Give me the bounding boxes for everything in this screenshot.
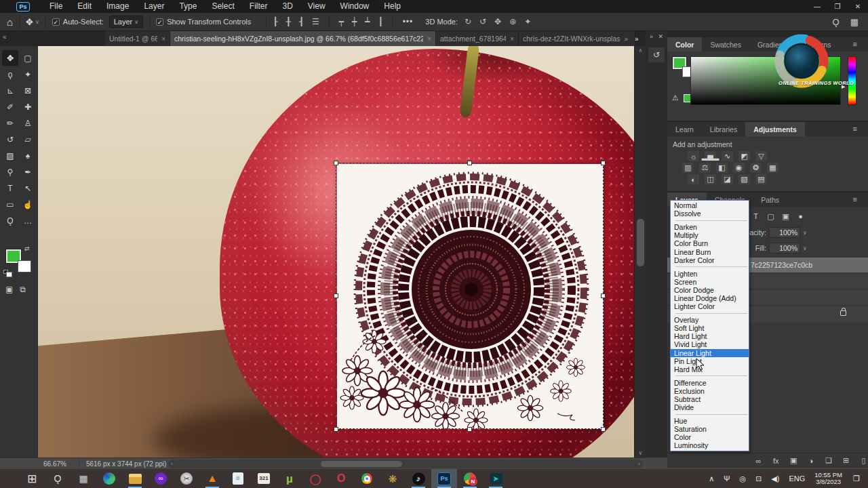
panel-tab[interactable]: Gradients: [749, 37, 797, 52]
taskbar-app-tiktok[interactable]: ♪: [406, 469, 431, 488]
marquee-tool[interactable]: ▢: [20, 50, 36, 66]
blend-mode-option[interactable]: Luminosity: [671, 441, 749, 449]
photo-filter-icon[interactable]: ◉: [733, 163, 745, 173]
delete-layer-icon[interactable]: ▯: [859, 456, 868, 465]
shape-tool[interactable]: ▭: [2, 197, 18, 212]
canvas-viewport[interactable]: [38, 46, 634, 458]
auto-select-checkbox[interactable]: ✓: [52, 18, 60, 26]
history-brush-tool[interactable]: ↺: [2, 131, 18, 147]
search-icon[interactable]: Ǫ: [833, 17, 840, 27]
document-tab[interactable]: attachment_67819647.jpg ×: [436, 31, 519, 46]
blend-mode-option[interactable]: Saturation: [671, 425, 749, 433]
orbit-3d-icon[interactable]: ↻: [465, 17, 471, 26]
distribute-h-icon[interactable]: ☰: [312, 17, 319, 26]
gradient-tool[interactable]: ▨: [2, 148, 18, 163]
crop-tool[interactable]: ⊾: [2, 83, 18, 98]
blend-mode-option[interactable]: Exclusion: [671, 387, 749, 395]
taskbar-app-search[interactable]: Ǫ: [45, 469, 71, 488]
history-panel-icon[interactable]: ↺: [648, 47, 665, 62]
taskbar-app-utorrent[interactable]: µ: [277, 469, 302, 488]
close-dock-icon[interactable]: ✕: [658, 33, 663, 40]
menu-item[interactable]: Select: [204, 0, 241, 13]
taskbar-app-chrome-n[interactable]: N: [457, 469, 483, 488]
blend-mode-option[interactable]: Linear Burn: [671, 247, 749, 256]
transform-handle[interactable]: [334, 161, 338, 165]
close-tab-icon[interactable]: ×: [427, 35, 431, 43]
blend-mode-option[interactable]: Pin Light: [671, 357, 749, 365]
transform-selection[interactable]: [336, 163, 604, 429]
align-center-h-icon[interactable]: ╂: [285, 17, 290, 26]
more-tools[interactable]: …: [20, 213, 36, 228]
taskbar-app-explorer[interactable]: [122, 469, 148, 488]
adjustment-layer-icon[interactable]: ◑: [807, 457, 816, 465]
transform-handle[interactable]: [601, 293, 606, 298]
workspace-icon[interactable]: ▦: [850, 17, 859, 27]
quick-mask-icon[interactable]: ▣: [5, 285, 13, 294]
document-tab[interactable]: christian-seeling-hH8xVZgZnI8-unsplash.j…: [170, 31, 436, 46]
taskbar-app-chrome[interactable]: ●: [354, 469, 380, 488]
close-tab-icon[interactable]: ×: [510, 35, 514, 43]
home-icon[interactable]: ⌂: [7, 16, 13, 28]
taskbar-app-vlc[interactable]: ▲: [199, 469, 225, 488]
filter-type-icon[interactable]: T: [751, 212, 760, 220]
layer-effects-icon[interactable]: fx: [772, 457, 781, 465]
black-white-icon[interactable]: ◧: [716, 163, 728, 173]
transform-handle[interactable]: [467, 427, 472, 432]
transform-handle[interactable]: [334, 293, 338, 298]
menu-item[interactable]: File: [42, 0, 70, 13]
blend-mode-option[interactable]: Screen: [671, 278, 749, 286]
panel-tab[interactable]: Patterns: [796, 37, 839, 52]
vertical-scroll-thumb[interactable]: [637, 219, 644, 266]
hue-saturation-icon[interactable]: ▥: [682, 163, 694, 173]
notifications-icon[interactable]: ❒: [845, 474, 868, 483]
frame-tool[interactable]: ⊠: [20, 83, 36, 98]
tab-overflow-right-icon[interactable]: »: [635, 35, 639, 43]
healing-tool[interactable]: ✚: [20, 99, 36, 115]
layer-mask-icon[interactable]: ▣: [789, 456, 798, 465]
taskbar-app-goggles[interactable]: ∞: [148, 469, 174, 488]
gamut-warning-icon[interactable]: ⚠: [672, 94, 679, 102]
network-icon[interactable]: ⊡: [751, 474, 766, 483]
menu-item[interactable]: Filter: [242, 0, 275, 13]
tab-overflow-left-icon[interactable]: «: [3, 33, 7, 41]
tray-chevron-icon[interactable]: ∧: [704, 474, 719, 483]
zoom-tool[interactable]: Ǫ: [2, 213, 18, 228]
vibrance-icon[interactable]: ▽: [755, 151, 767, 161]
language-indicator[interactable]: ENG: [784, 474, 810, 483]
zoom-3d-icon[interactable]: ✦: [524, 17, 531, 26]
blend-mode-option[interactable]: Linear Light: [671, 349, 749, 357]
vertical-scrollbar[interactable]: ∧ ∨: [634, 46, 646, 458]
eraser-tool[interactable]: ▱: [20, 131, 36, 147]
blend-mode-option[interactable]: Linear Dodge (Add): [671, 294, 749, 302]
selective-color-icon[interactable]: ▧: [738, 174, 750, 184]
close-tab-icon[interactable]: »: [625, 35, 629, 43]
taskbar-app-funmoji[interactable]: ❋: [380, 469, 406, 488]
panel-tab[interactable]: Libraries: [702, 122, 745, 136]
blur-tool[interactable]: ♠: [20, 148, 36, 163]
taskbar-app-send[interactable]: ➤: [483, 469, 509, 488]
document-tab[interactable]: chris-dez-t2ZIt-WNXrk-unsplas »: [519, 31, 635, 46]
blend-mode-option[interactable]: Darken: [671, 223, 749, 231]
path-select-tool[interactable]: ↖: [20, 180, 36, 196]
taskbar-app-taskview[interactable]: ▦: [71, 469, 96, 488]
blend-mode-option[interactable]: Hue: [671, 417, 749, 425]
auto-select-target-dropdown[interactable]: Layer ∨: [109, 16, 143, 28]
panel-menu-icon[interactable]: ≡: [853, 195, 857, 203]
default-colors-icon[interactable]: [3, 270, 8, 274]
gradient-map-icon[interactable]: ▤: [755, 174, 767, 184]
link-layers-icon[interactable]: ∞: [754, 457, 763, 465]
align-bottom-icon[interactable]: ┷: [365, 17, 370, 26]
pan-3d-icon[interactable]: ✥: [494, 17, 501, 26]
hand-tool[interactable]: ☝: [20, 197, 36, 212]
brightness-contrast-icon[interactable]: ☼: [688, 151, 699, 161]
blend-mode-option[interactable]: Subtract: [671, 395, 749, 403]
taskbar-app-edge[interactable]: [96, 469, 122, 488]
taskbar-app-opera[interactable]: O: [328, 469, 354, 488]
blend-mode-option[interactable]: Difference: [671, 379, 749, 387]
expand-dock-icon[interactable]: »: [650, 33, 653, 40]
volume-icon[interactable]: ◀): [766, 474, 784, 483]
blend-mode-option[interactable]: Darker Color: [671, 256, 749, 264]
transform-handle[interactable]: [467, 161, 472, 165]
show-transform-checkbox[interactable]: ✓: [156, 18, 163, 26]
taskbar-app-scissors[interactable]: ✂: [174, 469, 199, 488]
